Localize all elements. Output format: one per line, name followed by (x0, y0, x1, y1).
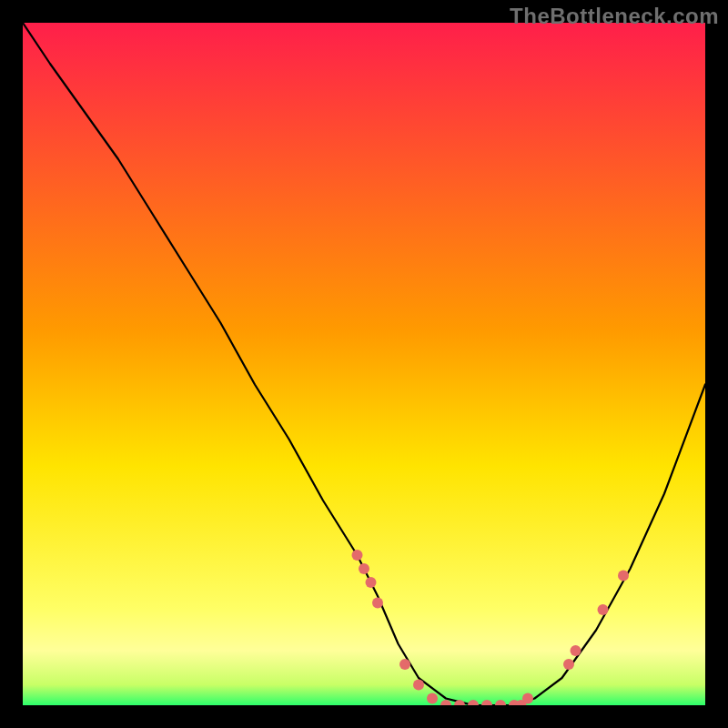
marker-dot (372, 598, 383, 609)
watermark-text: TheBottleneck.com (510, 4, 719, 29)
marker-dot (522, 693, 533, 704)
marker-dot (598, 604, 609, 615)
plot-area (23, 23, 705, 705)
marker-dot (399, 659, 410, 670)
marker-dot (563, 659, 574, 670)
marker-dot (618, 571, 629, 581)
marker-dot (359, 563, 369, 574)
marker-dot (413, 680, 424, 691)
marker-dot (571, 645, 581, 656)
chart-frame: TheBottleneck.com (0, 0, 728, 728)
marker-dot (366, 577, 377, 588)
gradient-background (23, 23, 705, 705)
marker-dot (427, 693, 438, 704)
bottleneck-curve-chart (23, 23, 705, 705)
marker-dot (352, 550, 363, 561)
